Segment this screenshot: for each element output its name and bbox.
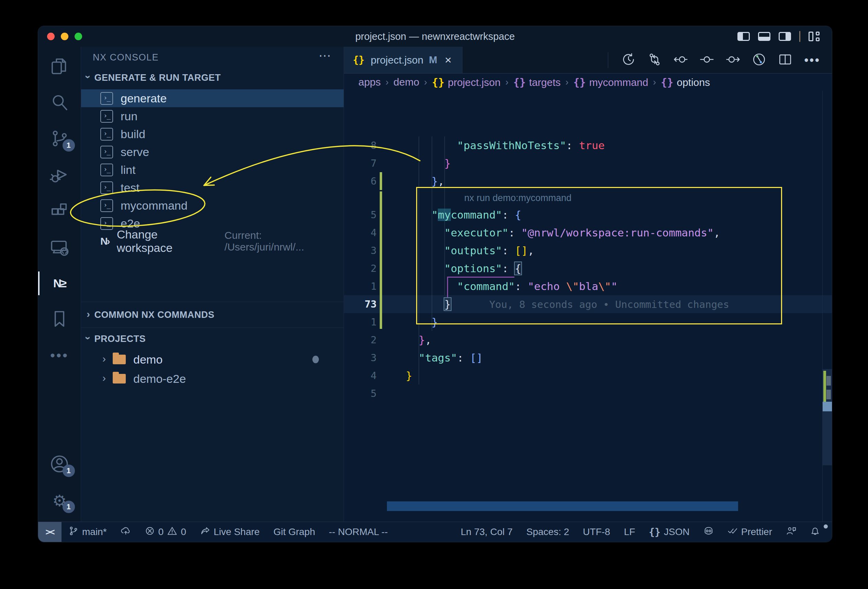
settings-badge: 1: [62, 501, 75, 513]
toggle-sidebar-icon[interactable]: [737, 32, 750, 41]
sidebar-item-extensions[interactable]: [38, 193, 81, 229]
more-icon: •••: [50, 348, 69, 363]
git-branch-item[interactable]: main*: [62, 526, 114, 539]
live-share-item[interactable]: Live Share: [193, 526, 267, 539]
next-change-icon[interactable]: [726, 52, 740, 68]
braces-icon: {}: [649, 527, 660, 538]
sidebar-item-nx-console[interactable]: N≥: [38, 265, 81, 301]
feedback-item[interactable]: [779, 526, 803, 539]
breadcrumb-item-apps[interactable]: apps: [359, 76, 381, 88]
current-change-icon[interactable]: [700, 52, 714, 68]
eol-item[interactable]: LF: [617, 527, 642, 537]
formatter-item[interactable]: Prettier: [720, 526, 779, 539]
close-tab-icon[interactable]: ×: [445, 53, 452, 66]
folder-icon: [113, 355, 126, 364]
line-number: 3: [344, 245, 376, 256]
nx-console-sidebar: NX CONSOLE ⋯ › GENERATE & RUN TARGET ›_g…: [81, 47, 344, 522]
problems-item[interactable]: 0 0: [138, 526, 193, 539]
target-item-build[interactable]: ›_build: [81, 125, 344, 143]
copilot-item[interactable]: [697, 526, 720, 539]
split-editor-icon[interactable]: [778, 52, 793, 68]
folder-icon: [113, 374, 126, 384]
target-item-lint[interactable]: ›_lint: [81, 161, 344, 179]
chevron-right-icon: ›: [87, 308, 90, 320]
share-icon: [200, 526, 210, 539]
breadcrumb-item-project.json[interactable]: {}project.json: [432, 76, 500, 88]
line-number: 2: [344, 334, 376, 346]
git-graph-view-icon[interactable]: [752, 52, 766, 68]
section-projects[interactable]: › PROJECTS: [81, 328, 344, 350]
sidebar-item-bookmarks[interactable]: [38, 301, 81, 338]
target-label: run: [121, 110, 137, 123]
code-line[interactable]: 4}: [344, 367, 832, 385]
target-item-test[interactable]: ›_test: [81, 179, 344, 196]
scm-badge: 1: [62, 139, 75, 152]
vertical-scrollbar[interactable]: [822, 91, 832, 522]
sidebar-item-run-debug[interactable]: [38, 157, 81, 193]
bookmark-icon: [50, 309, 69, 330]
project-status-dot: [312, 356, 319, 363]
breadcrumb-item-options[interactable]: {}options: [661, 76, 710, 88]
toggle-secondary-sidebar-icon[interactable]: [779, 32, 791, 41]
sync-item[interactable]: [114, 526, 138, 539]
tab-project-json[interactable]: {} project.json M ×: [344, 47, 462, 73]
sidebar-item-search[interactable]: [38, 85, 81, 121]
section-common-nx-commands[interactable]: › COMMON NX COMMANDS: [81, 302, 344, 328]
project-label: demo: [133, 353, 162, 366]
activity-bar: 1 N≥ ••• 1: [38, 47, 81, 522]
code-line[interactable]: 2 },: [344, 331, 832, 349]
notifications-item[interactable]: [803, 526, 827, 539]
overview-mark: [827, 376, 831, 385]
line-number: 3: [344, 352, 376, 363]
compare-changes-icon[interactable]: [647, 52, 662, 68]
horizontal-scrollbar[interactable]: [387, 501, 738, 511]
sidebar-item-source-control[interactable]: 1: [38, 121, 81, 157]
timeline-icon[interactable]: [621, 52, 636, 68]
chevron-right-icon: ›: [102, 353, 106, 365]
indentation-item[interactable]: Spaces: 2: [520, 527, 576, 537]
target-item-run[interactable]: ›_run: [81, 107, 344, 125]
remote-indicator[interactable]: ><: [38, 522, 62, 542]
line-number: 5: [344, 209, 376, 221]
code-line[interactable]: 3 "tags": []: [344, 349, 832, 367]
breadcrumb-item-mycommand[interactable]: {}mycommand: [574, 76, 648, 88]
line-number: 1: [344, 280, 376, 292]
terminal-icon: ›_: [100, 164, 113, 176]
tab-bar: {} project.json M × •••: [344, 47, 832, 74]
breadcrumb-item-targets[interactable]: {}targets: [514, 76, 561, 88]
copilot-icon: [703, 526, 714, 539]
breadcrumb-item-demo[interactable]: demo: [393, 76, 419, 88]
change-workspace-label: Change workspace: [117, 228, 217, 255]
language-mode-item[interactable]: {} JSON: [642, 527, 696, 538]
git-graph-item[interactable]: Git Graph: [267, 527, 322, 537]
sidebar-item-remote-explorer[interactable]: [38, 229, 81, 265]
cursor-position-item[interactable]: Ln 73, Col 7: [454, 527, 520, 537]
code-line[interactable]: 7 }: [344, 154, 832, 172]
terminal-icon: ›_: [100, 110, 113, 123]
editor-more-actions-icon[interactable]: •••: [804, 53, 820, 67]
target-item-mycommand[interactable]: ›_mycommand: [81, 196, 344, 214]
target-item-serve[interactable]: ›_serve: [81, 143, 344, 161]
target-item-generate[interactable]: ›_generate: [81, 89, 344, 107]
project-item-demo[interactable]: ›demo: [81, 350, 344, 369]
accounts-button[interactable]: 1: [38, 446, 81, 483]
target-label: serve: [121, 145, 149, 159]
project-item-demo-e2e[interactable]: ›demo-e2e: [81, 369, 344, 388]
toggle-panel-icon[interactable]: [758, 32, 771, 41]
status-bar: >< main* 0 0 Live Share Git Graph -- NOR…: [38, 522, 832, 542]
previous-change-icon[interactable]: [673, 52, 688, 68]
change-workspace-item[interactable]: N› Change workspace Current: /Users/juri…: [81, 232, 344, 250]
code-line[interactable]: 5: [344, 385, 832, 402]
encoding-item[interactable]: UTF-8: [576, 527, 617, 537]
breadcrumb-separator: ›: [653, 77, 656, 88]
code-line[interactable]: 8 "passWithNoTests": true: [344, 136, 832, 154]
section-generate-run-target[interactable]: › GENERATE & RUN TARGET: [81, 68, 344, 87]
nx-console-icon: N≥: [53, 277, 66, 290]
code-area[interactable]: 8 "passWithNoTests": true7 }6 },nx run d…: [344, 91, 832, 522]
customize-layout-icon[interactable]: [809, 32, 819, 41]
sidebar-item-explorer[interactable]: [38, 49, 81, 85]
error-icon: [145, 526, 155, 539]
project-list: ›demo›demo-e2e: [81, 350, 344, 388]
settings-button[interactable]: ⚙ 1: [38, 483, 81, 518]
sidebar-item-more[interactable]: •••: [38, 338, 81, 373]
